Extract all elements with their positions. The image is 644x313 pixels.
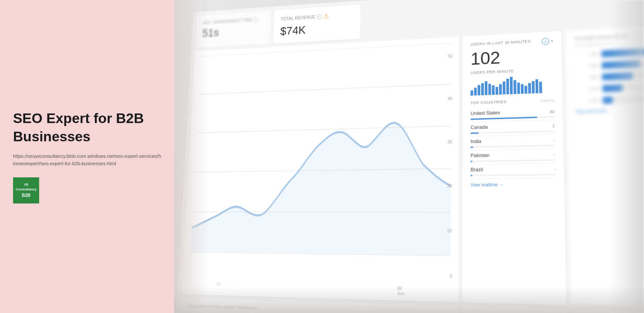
h-bar-label: 170k	[574, 52, 597, 57]
engagement-value: 51s	[202, 23, 264, 40]
h-bar-label: 150k	[574, 63, 598, 69]
h-bar-row: 150k	[574, 60, 644, 70]
country-value-ca: 2	[552, 123, 555, 128]
mini-bar	[506, 79, 509, 94]
mini-bar	[535, 79, 538, 93]
y-label-2k: 2K	[447, 183, 453, 188]
mini-bar	[470, 90, 473, 96]
country-value-in: -	[553, 138, 555, 142]
page-url[interactable]: https://seoyeconsultancy.blob.core.windo…	[13, 153, 161, 167]
mini-bar-chart	[470, 75, 554, 96]
mini-bar	[492, 85, 494, 95]
revenue-card: Total revenue i ⚠ $74K	[273, 5, 361, 44]
dashboard-wrapper: Avg. engagement time i 51s Total revenue…	[176, 0, 644, 313]
mini-bar	[499, 84, 502, 94]
y-label-5k: 5K	[448, 54, 453, 59]
country-row-br: Brazil -	[470, 163, 555, 179]
warning-icon: ⚠	[323, 12, 329, 20]
country-row-us: United States 80	[470, 106, 554, 123]
h-bar-track	[602, 83, 644, 92]
mini-bar	[539, 82, 542, 93]
country-row-pk: Pakistan -	[470, 149, 555, 165]
h-bar-label: 140k	[574, 75, 598, 80]
secondary-card-2	[570, 310, 644, 313]
h-bar-track	[602, 60, 644, 69]
country-name-ca: Canada	[470, 124, 488, 130]
mini-bar	[481, 83, 484, 95]
h-bar-row: 170k	[574, 48, 644, 59]
mini-bar	[485, 81, 487, 95]
country-name-us: United States	[470, 110, 500, 116]
horizontal-bars: 170k 150k 140k	[574, 48, 644, 105]
country-row-ca: Canada 2	[470, 120, 555, 137]
check-icon: ✓	[542, 38, 549, 45]
country-value-br: -	[554, 167, 555, 172]
top-countries-header: TOP COUNTRIES USERS	[470, 98, 554, 105]
mini-bar	[524, 86, 527, 93]
h-bar-track	[603, 95, 644, 104]
h-bar-row: 140k	[574, 71, 644, 82]
mini-bar	[513, 80, 517, 94]
per-minute-label: USERS PER MINUTE	[470, 67, 553, 75]
logo-box: YE Consultancy B2B	[13, 177, 39, 203]
y-label-3k: 3K	[447, 140, 453, 144]
users-count: 102	[470, 46, 553, 67]
bar-chart-title: The heights all types you use	[574, 32, 644, 41]
mini-bar	[521, 84, 524, 93]
users-card-title: USERS IN LAST 30 MINUTES	[470, 39, 530, 47]
dashboard-content: Avg. engagement time i 51s Total revenue…	[176, 0, 644, 313]
country-bar-pk	[470, 160, 555, 162]
mini-bar	[478, 85, 480, 95]
mini-bar	[510, 77, 513, 94]
trending-label: HOW ARE ACTIVE USERS TRENDING?	[187, 304, 450, 313]
svg-line-2	[197, 126, 451, 133]
mini-bar	[488, 83, 491, 95]
mini-bar	[517, 83, 520, 94]
country-row-in: India -	[470, 134, 555, 150]
x-label-2	[277, 283, 277, 293]
mini-bar	[528, 83, 531, 93]
logo-text: YE Consultancy B2B	[15, 183, 37, 198]
country-bar-br	[470, 174, 555, 176]
mini-bar	[496, 87, 498, 95]
revenue-value: $74K	[280, 21, 353, 38]
info-icon: i	[254, 17, 258, 22]
view-realtime-link[interactable]: View realtime →	[470, 182, 556, 187]
mini-bar	[474, 88, 477, 96]
country-name-br: Brazil	[470, 167, 483, 173]
how-trending-card: User activity over time	[462, 306, 567, 313]
line-chart-card: 5K 4K 3K 2K 1K 0	[181, 37, 459, 302]
y-label-0: 0	[450, 274, 453, 279]
x-label-4: 04Jun	[397, 286, 405, 296]
engagement-card: Avg. engagement time i 51s	[195, 10, 271, 48]
country-name-in: India	[470, 138, 481, 144]
country-value-pk: -	[554, 152, 555, 156]
country-bar-in	[470, 145, 555, 148]
line-chart-svg	[190, 43, 451, 256]
page-title: SEO Expert for B2B Businesses	[13, 110, 161, 146]
x-label-1: 25	[216, 282, 221, 291]
chart-x-labels: 25 04Jun	[188, 281, 436, 297]
bar-chart-subtitle: Is this experience, too...	[574, 40, 644, 47]
country-name-pk: Pakistan	[470, 153, 490, 158]
h-bar-row: 120k	[575, 95, 644, 105]
y-label-1k: 1K	[447, 228, 453, 233]
analytics-panel: Avg. engagement time i 51s Total revenue…	[174, 0, 644, 313]
main-chart-area: 5K 4K 3K 2K 1K 0	[181, 26, 644, 309]
country-bar-ca	[470, 130, 555, 134]
y-label-4k: 4K	[448, 97, 453, 101]
country-value-us: 80	[550, 109, 554, 114]
svg-line-1	[199, 84, 451, 94]
x-label-3	[336, 284, 336, 294]
h-bar-track	[602, 71, 644, 80]
left-panel: SEO Expert for B2B Businesses https://se…	[0, 0, 174, 313]
chart-y-labels: 5K 4K 3K 2K 1K 0	[447, 54, 453, 279]
h-bar-row: 130k	[575, 83, 644, 93]
h-bar-label: 120k	[575, 98, 599, 103]
view-all-link[interactable]: View all results	[575, 107, 644, 114]
mini-bar	[532, 81, 535, 93]
bar-chart-card: The heights all types you use Is this ex…	[565, 26, 644, 309]
mini-bar	[503, 81, 505, 94]
users-card: USERS IN LAST 30 MINUTES ✓ ▾ 102 USERS P…	[462, 31, 567, 305]
h-bar-label: 130k	[575, 87, 599, 92]
